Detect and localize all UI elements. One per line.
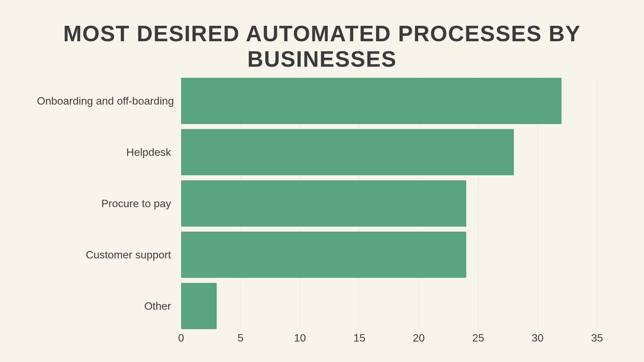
bar [181, 232, 466, 278]
bar-row [181, 180, 466, 227]
y-tick-label: Onboarding and off-boarding [37, 78, 171, 124]
bar-row [181, 232, 466, 278]
bar-row [181, 78, 561, 124]
x-tick-label: 10 [294, 332, 306, 344]
bar-row [181, 129, 514, 175]
plot-area: Onboarding and off-boardingHelpdeskProcu… [181, 77, 597, 328]
slide: MOST DESIRED AUTOMATED PROCESSES BY BUSI… [0, 0, 644, 362]
y-tick-label: Helpdesk [37, 129, 171, 175]
x-tick-label: 5 [237, 332, 244, 344]
chart-title: MOST DESIRED AUTOMATED PROCESSES BY BUSI… [0, 21, 644, 72]
bar [181, 78, 561, 124]
x-tick-label: 15 [354, 332, 366, 344]
x-tick-label: 35 [591, 332, 603, 344]
x-tick-label: 25 [472, 332, 484, 344]
x-axis: 05101520253035 [181, 332, 597, 345]
chart: Onboarding and off-boardingHelpdeskProcu… [40, 67, 604, 335]
bar [181, 180, 466, 227]
y-tick-label: Other [37, 283, 171, 329]
x-tick-label: 20 [413, 332, 425, 344]
bar-row [181, 283, 217, 329]
x-tick-label: 30 [532, 332, 544, 344]
y-tick-label: Customer support [37, 232, 171, 278]
x-tick-label: 0 [178, 332, 184, 344]
y-tick-label: Procure to pay [37, 180, 171, 227]
bar [181, 283, 217, 329]
bar [181, 129, 514, 175]
gridline [597, 77, 597, 328]
